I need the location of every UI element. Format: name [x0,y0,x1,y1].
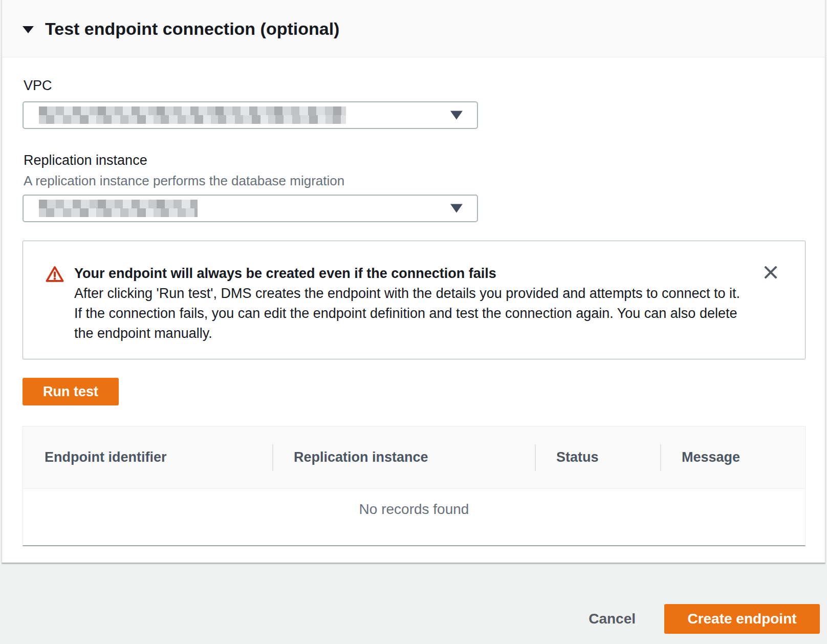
replication-instance-label: Replication instance [24,152,806,169]
vpc-select[interactable] [23,101,478,129]
warning-content: Your endpoint will always be created eve… [74,264,745,344]
warning-message: After clicking 'Run test', DMS creates t… [74,284,745,344]
chevron-down-icon [450,204,463,213]
cancel-button[interactable]: Cancel [589,604,636,634]
column-header-status: Status [535,426,660,488]
replication-instance-description: A replication instance performs the data… [24,173,806,188]
warning-triangle-icon [46,265,64,344]
warning-alert: Your endpoint will always be created eve… [23,241,806,359]
create-endpoint-button[interactable]: Create endpoint [664,604,820,634]
section-title: Test endpoint connection (optional) [45,20,339,37]
replication-instance-field: Replication instance A replication insta… [23,152,806,222]
column-header-message: Message [660,426,805,488]
test-endpoint-connection-panel: Test endpoint connection (optional) VPC … [2,0,825,564]
run-test-button[interactable]: Run test [23,378,119,405]
collapse-caret-icon [23,26,34,33]
column-header-endpoint-identifier: Endpoint identifier [23,426,272,488]
table-header-row: Endpoint identifier Replication instance… [23,426,805,489]
replication-instance-redacted-value [39,200,198,217]
vpc-field: VPC [23,77,806,129]
column-header-replication-instance: Replication instance [272,426,535,488]
connection-results-table: Endpoint identifier Replication instance… [23,426,806,546]
section-body: VPC Replication instance A replication i… [2,57,825,546]
section-header-toggle[interactable]: Test endpoint connection (optional) [2,0,825,57]
close-icon[interactable] [762,264,779,281]
vpc-redacted-value [39,106,346,124]
replication-instance-select[interactable] [23,195,478,222]
vpc-label: VPC [24,77,806,94]
chevron-down-icon [450,111,463,120]
empty-state-message: No records found [23,489,805,545]
warning-title: Your endpoint will always be created eve… [74,264,745,284]
